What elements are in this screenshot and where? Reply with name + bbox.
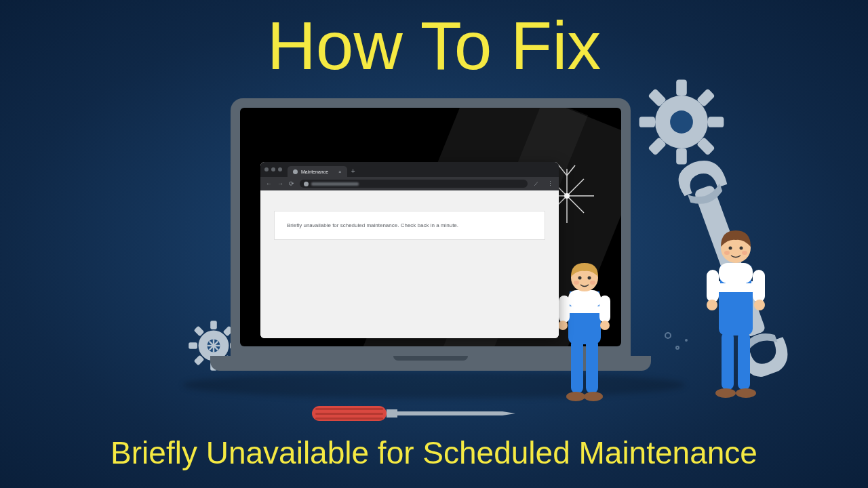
svg-point-35 <box>584 392 603 401</box>
svg-point-52 <box>715 388 736 398</box>
close-icon[interactable]: × <box>338 169 342 175</box>
maintenance-message: Briefly unavailable for scheduled mainte… <box>287 222 458 228</box>
svg-line-29 <box>567 165 575 176</box>
svg-point-30 <box>564 193 570 199</box>
menu-icon[interactable]: ⋮ <box>547 180 553 187</box>
svg-rect-3 <box>639 117 655 127</box>
svg-point-49 <box>590 281 595 285</box>
svg-rect-40 <box>568 290 601 308</box>
svg-point-66 <box>724 251 730 255</box>
svg-point-65 <box>740 247 743 250</box>
svg-point-46 <box>578 277 582 280</box>
worker-standing-illustration <box>692 217 780 409</box>
svg-rect-73 <box>397 411 502 415</box>
subtitle: Briefly Unavailable for Scheduled Mainte… <box>111 434 757 471</box>
svg-marker-74 <box>502 411 515 415</box>
svg-point-67 <box>742 251 747 255</box>
svg-point-44 <box>600 321 610 330</box>
url-blurred <box>311 182 359 186</box>
svg-rect-16 <box>194 355 205 366</box>
svg-point-47 <box>588 277 591 280</box>
svg-rect-17 <box>194 326 205 337</box>
svg-rect-50 <box>722 332 734 390</box>
main-title: How To Fix <box>267 7 601 85</box>
svg-rect-71 <box>315 418 383 420</box>
svg-rect-72 <box>387 409 397 418</box>
svg-point-64 <box>729 247 732 250</box>
svg-point-53 <box>736 388 756 398</box>
window-controls[interactable] <box>264 167 282 171</box>
browser-window: Maintenance × + ← → ⟳ ⟋ ⋮ <box>260 162 559 338</box>
svg-point-9 <box>670 110 693 134</box>
browser-tab[interactable]: Maintenance × <box>288 166 347 177</box>
screwdriver-icon <box>312 396 515 433</box>
reload-icon[interactable]: ⟳ <box>289 180 294 187</box>
svg-point-34 <box>566 392 585 401</box>
address-bar[interactable] <box>300 180 528 188</box>
svg-rect-60 <box>753 270 765 302</box>
svg-rect-13 <box>189 342 197 349</box>
bubble-decoration <box>675 346 679 350</box>
svg-rect-42 <box>599 296 610 323</box>
svg-rect-4 <box>708 117 724 127</box>
svg-rect-69 <box>315 408 383 410</box>
svg-point-61 <box>707 300 717 310</box>
svg-rect-51 <box>738 332 750 390</box>
svg-point-48 <box>574 281 579 285</box>
svg-rect-32 <box>571 339 583 393</box>
new-tab-button[interactable]: + <box>351 167 355 175</box>
browser-toolbar: ← → ⟳ ⟋ ⋮ <box>260 177 559 190</box>
site-info-icon <box>304 182 309 186</box>
svg-rect-33 <box>586 339 598 393</box>
back-icon[interactable]: ← <box>266 180 272 187</box>
svg-rect-11 <box>210 321 217 329</box>
tab-label: Maintenance <box>301 169 328 174</box>
svg-rect-58 <box>719 263 753 283</box>
svg-point-43 <box>558 321 568 330</box>
browser-tabbar: Maintenance × + <box>260 162 559 177</box>
forward-icon[interactable]: → <box>277 180 283 187</box>
extension-icon[interactable]: ⟋ <box>533 180 539 187</box>
svg-rect-70 <box>315 413 383 415</box>
svg-rect-41 <box>559 296 570 323</box>
bubble-decoration <box>665 332 671 339</box>
svg-rect-1 <box>676 80 687 96</box>
browser-content: Briefly unavailable for scheduled mainte… <box>260 190 559 338</box>
svg-point-62 <box>754 300 765 310</box>
svg-line-28 <box>559 165 567 176</box>
bubble-decoration <box>685 339 688 342</box>
globe-icon <box>293 169 298 174</box>
svg-rect-59 <box>707 270 719 302</box>
maintenance-message-card: Briefly unavailable for scheduled mainte… <box>274 211 545 240</box>
